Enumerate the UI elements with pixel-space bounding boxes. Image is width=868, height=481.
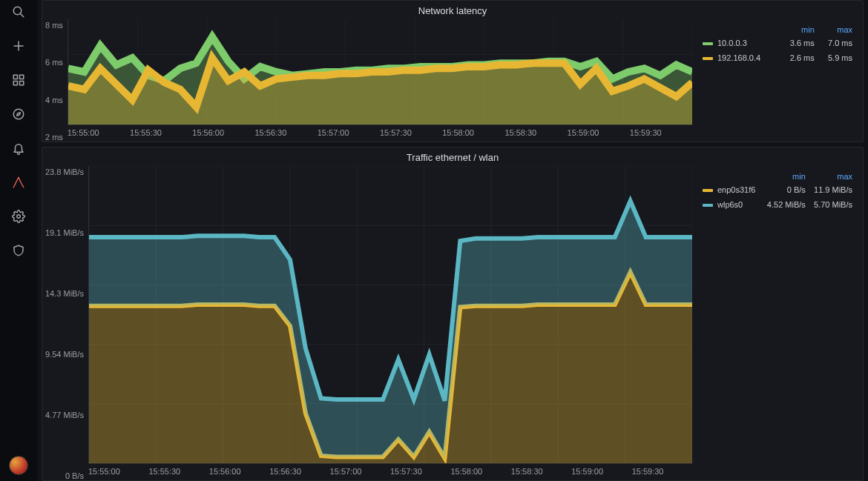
settings-icon[interactable]	[10, 208, 27, 225]
legend-latency: min max 10.0.0.33.6 ms7.0 ms192.168.0.42…	[692, 19, 863, 142]
x-axis-labels: 15:55:0015:55:3015:56:0015:56:3015:57:00…	[88, 464, 692, 480]
svg-rect-5	[20, 75, 24, 79]
svg-point-10	[17, 215, 21, 219]
search-icon[interactable]	[10, 3, 27, 21]
svg-rect-6	[13, 82, 17, 85]
main-content: Network latency 8 ms6 ms4 ms2 ms 15:55:0…	[37, 0, 868, 481]
x-axis-labels: 15:55:0015:55:3015:56:0015:56:3015:57:00…	[68, 125, 692, 142]
svg-rect-4	[13, 75, 17, 79]
legend-row[interactable]: wlp6s04.52 MiB/s5.70 MiB/s	[700, 197, 855, 212]
chart-latency[interactable]: 8 ms6 ms4 ms2 ms 15:55:0015:55:3015:56:0…	[42, 19, 692, 142]
plot-area[interactable]	[68, 19, 692, 125]
legend-header-max[interactable]: max	[809, 170, 855, 182]
avatar[interactable]	[9, 456, 28, 475]
legend-row[interactable]: enp0s31f60 B/s11.9 MiB/s	[700, 182, 855, 197]
plus-icon[interactable]	[10, 37, 27, 55]
legend-row[interactable]: 192.168.0.42.6 ms5.9 ms	[700, 50, 855, 65]
y-axis-labels: 23.8 MiB/s19.1 MiB/s14.3 MiB/s9.54 MiB/s…	[42, 166, 88, 480]
svg-marker-9	[17, 113, 21, 116]
admin-icon[interactable]	[10, 173, 27, 191]
dashboards-icon[interactable]	[10, 71, 27, 89]
shield-icon[interactable]	[10, 242, 27, 259]
legend-row[interactable]: 10.0.0.33.6 ms7.0 ms	[700, 36, 855, 50]
svg-rect-7	[20, 82, 24, 85]
panel-network-latency: Network latency 8 ms6 ms4 ms2 ms 15:55:0…	[42, 0, 864, 142]
y-axis-labels: 8 ms6 ms4 ms2 ms	[42, 19, 68, 142]
svg-line-1	[20, 13, 24, 17]
svg-point-8	[13, 109, 24, 119]
legend-header-min[interactable]: min	[780, 24, 818, 36]
panel-title: Traffic ethernet / wlan	[42, 147, 863, 166]
chart-traffic[interactable]: 23.8 MiB/s19.1 MiB/s14.3 MiB/s9.54 MiB/s…	[42, 166, 692, 480]
alerting-icon[interactable]	[10, 139, 27, 157]
legend-header-max[interactable]: max	[818, 24, 855, 36]
legend-traffic: min max enp0s31f60 B/s11.9 MiB/swlp6s04.…	[692, 166, 863, 480]
nav-sidebar	[0, 0, 37, 481]
panel-traffic: Traffic ethernet / wlan 23.8 MiB/s19.1 M…	[42, 147, 864, 481]
panel-title: Network latency	[42, 1, 863, 19]
legend-header-min[interactable]: min	[762, 170, 809, 182]
explore-icon[interactable]	[10, 105, 27, 123]
plot-area[interactable]	[88, 166, 692, 464]
